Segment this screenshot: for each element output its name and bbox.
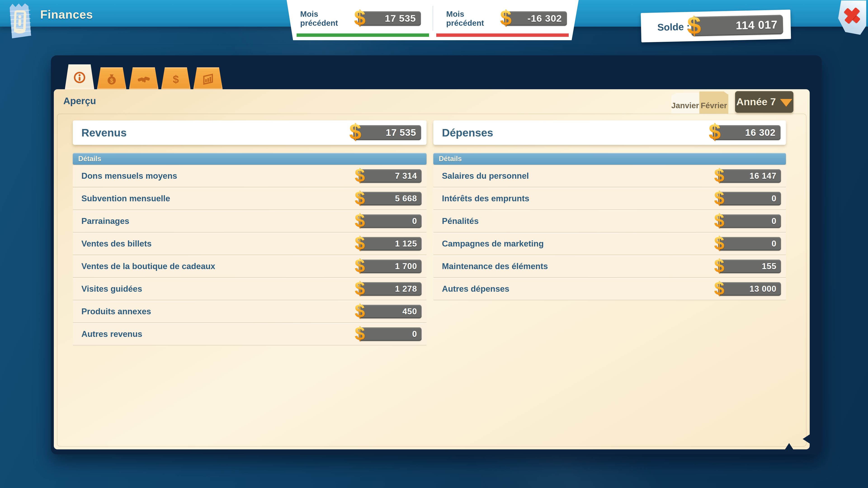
income-positive-bar bbox=[297, 33, 429, 37]
month-tab-janvier[interactable]: Janvier bbox=[671, 93, 699, 113]
tab-bar: $ $ bbox=[65, 67, 223, 89]
table-row: Maintenance des éléments $ 155 bbox=[433, 256, 786, 278]
money-bag-icon: $ bbox=[105, 72, 118, 86]
prev-month-income: Mois précédent $ 17 535 bbox=[287, 0, 433, 37]
content-region: Revenus $ 17 535 Détails Dons mensuels m… bbox=[57, 113, 807, 447]
prev-income-label: Mois précédent bbox=[300, 9, 358, 27]
income-summary-card: Revenus $ 17 535 bbox=[73, 121, 427, 145]
row-amount: $ 1 278 bbox=[359, 282, 422, 296]
table-row: Subvention mensuelle $ 5 668 bbox=[73, 188, 427, 210]
finances-ticket-icon bbox=[6, 1, 35, 40]
previous-month-stats: Mois précédent $ 17 535 Mois précédent $… bbox=[287, 0, 579, 40]
dollar-icon: $ bbox=[355, 302, 365, 320]
dollar-icon: $ bbox=[169, 72, 182, 86]
dollar-icon: $ bbox=[714, 166, 724, 185]
row-amount: $ 155 bbox=[718, 260, 781, 273]
expense-details-header: Détails bbox=[433, 153, 786, 165]
table-row: Parrainages $ 0 bbox=[73, 210, 427, 232]
prev-month-expense: Mois précédent $ -16 302 bbox=[433, 0, 579, 37]
table-row: Ventes des billets $ 1 125 bbox=[73, 233, 427, 255]
prev-expense-amount: $ -16 302 bbox=[504, 11, 567, 26]
row-amount: $ 0 bbox=[359, 327, 422, 341]
table-row: Pénalités $ 0 bbox=[433, 210, 786, 232]
expense-total: $ 16 302 bbox=[713, 125, 780, 140]
svg-text:$: $ bbox=[110, 77, 113, 84]
page-title: Finances bbox=[40, 8, 93, 21]
dollar-icon: $ bbox=[714, 189, 724, 207]
row-amount: $ 0 bbox=[718, 237, 781, 251]
close-button[interactable] bbox=[836, 0, 866, 35]
dollar-icon: $ bbox=[714, 256, 724, 275]
table-row: Autres dépenses $ 13 000 bbox=[433, 278, 786, 300]
income-details-header: Détails bbox=[73, 153, 427, 165]
bar-chart-icon bbox=[202, 72, 215, 86]
expense-negative-bar bbox=[436, 33, 569, 37]
tab-pricing[interactable]: $ bbox=[161, 67, 191, 89]
panel-title: Aperçu bbox=[63, 96, 96, 106]
row-amount: $ 0 bbox=[359, 215, 422, 228]
row-amount: $ 13 000 bbox=[718, 282, 781, 296]
tab-income[interactable]: $ bbox=[97, 67, 126, 89]
month-tab-fevrier[interactable]: Février bbox=[700, 92, 728, 113]
dollar-icon: $ bbox=[355, 189, 365, 207]
row-amount: $ 0 bbox=[718, 215, 781, 228]
dollar-icon: $ bbox=[349, 121, 361, 142]
dollar-icon: $ bbox=[709, 121, 721, 142]
dollar-icon: $ bbox=[354, 7, 366, 28]
finances-window: $ $ bbox=[51, 55, 822, 454]
table-row: Visites guidées $ 1 278 bbox=[73, 278, 427, 300]
table-row: Intérêts des emprunts $ 0 bbox=[433, 188, 786, 210]
dollar-icon: $ bbox=[714, 279, 724, 297]
row-amount: $ 1 125 bbox=[359, 237, 422, 251]
dollar-icon: $ bbox=[355, 211, 365, 230]
tab-deals[interactable] bbox=[129, 67, 158, 89]
chevron-down-icon bbox=[780, 99, 792, 107]
info-icon bbox=[73, 71, 86, 84]
dollar-icon: $ bbox=[355, 234, 365, 252]
table-row: Produits annexes $ 450 bbox=[73, 301, 427, 323]
dollar-icon: $ bbox=[714, 211, 724, 230]
table-row: Salaires du personnel $ 16 147 bbox=[433, 165, 786, 187]
balance-label: Solde : bbox=[657, 21, 690, 33]
row-amount: $ 7 314 bbox=[359, 169, 422, 183]
dollar-icon: $ bbox=[355, 256, 365, 275]
divider bbox=[433, 6, 433, 31]
row-amount: $ 0 bbox=[718, 192, 781, 205]
table-row: Dons mensuels moyens $ 7 314 bbox=[73, 165, 427, 187]
dollar-icon: $ bbox=[500, 7, 512, 28]
income-column: Revenus $ 17 535 Détails Dons mensuels m… bbox=[73, 121, 427, 346]
table-row: Ventes de la boutique de cadeaux $ 1 700 bbox=[73, 256, 427, 278]
expense-column: Dépenses $ 16 302 Détails Salaires du pe… bbox=[433, 121, 786, 300]
table-row: Autres revenus $ 0 bbox=[73, 323, 427, 346]
overview-panel: Aperçu Janvier Février Année 7 Revenus $… bbox=[54, 89, 810, 449]
row-amount: $ 450 bbox=[359, 305, 422, 318]
year-selector[interactable]: Année 7 bbox=[735, 91, 794, 113]
balance-panel: Solde : $ 114 017 bbox=[641, 10, 791, 42]
dollar-icon: $ bbox=[355, 279, 365, 297]
table-row: Campagnes de marketing $ 0 bbox=[433, 233, 786, 255]
dollar-icon: $ bbox=[687, 13, 702, 38]
dollar-icon: $ bbox=[355, 166, 365, 185]
prev-income-amount: $ 17 535 bbox=[358, 11, 421, 26]
expense-summary-card: Dépenses $ 16 302 bbox=[433, 121, 786, 145]
tab-charts[interactable] bbox=[193, 67, 223, 89]
handshake-icon bbox=[137, 72, 150, 86]
expense-title: Dépenses bbox=[442, 127, 493, 139]
income-title: Revenus bbox=[81, 127, 127, 139]
income-total: $ 17 535 bbox=[353, 125, 421, 140]
prev-expense-label: Mois précédent bbox=[446, 9, 504, 27]
balance-amount: $ 114 017 bbox=[691, 15, 783, 36]
dollar-icon: $ bbox=[355, 324, 365, 343]
svg-text:$: $ bbox=[173, 73, 179, 85]
row-amount: $ 5 668 bbox=[359, 192, 422, 205]
tab-overview[interactable] bbox=[65, 64, 94, 89]
row-amount: $ 16 147 bbox=[718, 169, 781, 183]
dollar-icon: $ bbox=[714, 234, 724, 252]
row-amount: $ 1 700 bbox=[359, 260, 422, 273]
close-icon bbox=[844, 8, 860, 23]
